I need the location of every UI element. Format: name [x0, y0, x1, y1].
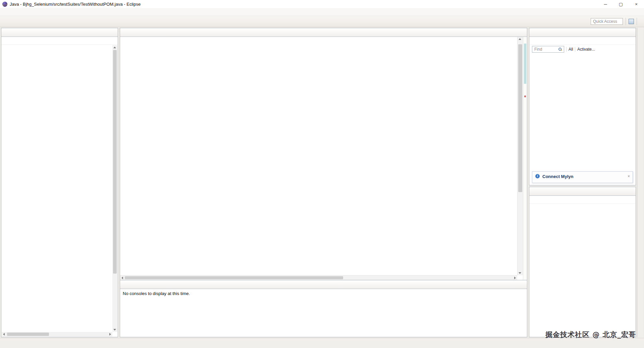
- tree-vertical-scrollbar[interactable]: [112, 45, 117, 332]
- separator: [637, 18, 637, 25]
- close-button[interactable]: ×: [629, 0, 644, 8]
- package-explorer-tabbar: [1, 28, 118, 37]
- watermark: 掘金技术社区 @ 北京_宏哥: [545, 330, 636, 339]
- overview-ruler[interactable]: [523, 37, 527, 280]
- editor-vertical-scrollbar[interactable]: [517, 37, 523, 275]
- quick-access-input[interactable]: Quick Access: [591, 18, 623, 25]
- task-list-tabbar: [529, 28, 636, 37]
- open-perspective-icon[interactable]: [629, 19, 634, 24]
- task-list-view: Find All Activate... Connect Mylyn ×: [529, 28, 636, 185]
- package-explorer-panel: [1, 28, 118, 337]
- maximize-button[interactable]: ▢: [613, 0, 629, 8]
- activate-task-button[interactable]: Activate...: [577, 47, 595, 52]
- code-editor[interactable]: [120, 37, 527, 280]
- mylyn-title: Connect Mylyn: [542, 174, 573, 179]
- right-panel: Find All Activate... Connect Mylyn ×: [529, 28, 636, 337]
- task-list-content: Connect Mylyn ×: [529, 54, 636, 185]
- workbench: No consoles to display at this time. Fin…: [0, 27, 644, 338]
- perspective-bar: Quick Access: [591, 18, 642, 25]
- task-list-toolbar: [529, 37, 636, 45]
- info-icon: [535, 174, 540, 179]
- outline-ant-view: [529, 187, 636, 337]
- outline-ant-tabbar: [529, 187, 636, 196]
- project-tree: [2, 45, 112, 332]
- window-title: Java - Bjhg_Selenium/src/testSuites/Test…: [10, 2, 141, 7]
- code-content[interactable]: [120, 37, 517, 275]
- ant-content: [529, 204, 636, 337]
- minimized-views-strip: [637, 28, 643, 337]
- find-input[interactable]: Find: [532, 46, 564, 53]
- editor-horizontal-scrollbar[interactable]: [120, 275, 517, 280]
- editor-tabbar: [120, 28, 527, 37]
- search-icon[interactable]: [558, 47, 562, 52]
- connect-mylyn-notification: Connect Mylyn ×: [532, 171, 633, 183]
- minimize-button[interactable]: ─: [598, 0, 613, 8]
- separator: [566, 47, 567, 52]
- status-bar: [0, 338, 644, 348]
- console-panel: No consoles to display at this time.: [120, 280, 527, 337]
- task-list-find-row: Find All Activate...: [529, 45, 636, 54]
- separator: [575, 47, 575, 52]
- title-bar: Java - Bjhg_Selenium/src/testSuites/Test…: [0, 0, 644, 8]
- separator: [626, 18, 626, 25]
- find-all-filter[interactable]: All: [569, 47, 573, 52]
- eclipse-logo-icon: [2, 2, 7, 7]
- package-explorer-toolbar: [1, 37, 118, 45]
- editor-area: No consoles to display at this time.: [120, 28, 527, 337]
- main-toolbar: Quick Access: [0, 16, 644, 27]
- close-icon[interactable]: ×: [628, 174, 630, 179]
- ant-toolbar: [529, 196, 636, 204]
- window-controls: ─▢×: [598, 0, 644, 8]
- menu-bar: [0, 8, 644, 16]
- console-message: No consoles to display at this time.: [120, 289, 527, 298]
- console-tabbar: [120, 280, 527, 289]
- tree-horizontal-scrollbar[interactable]: [2, 332, 112, 337]
